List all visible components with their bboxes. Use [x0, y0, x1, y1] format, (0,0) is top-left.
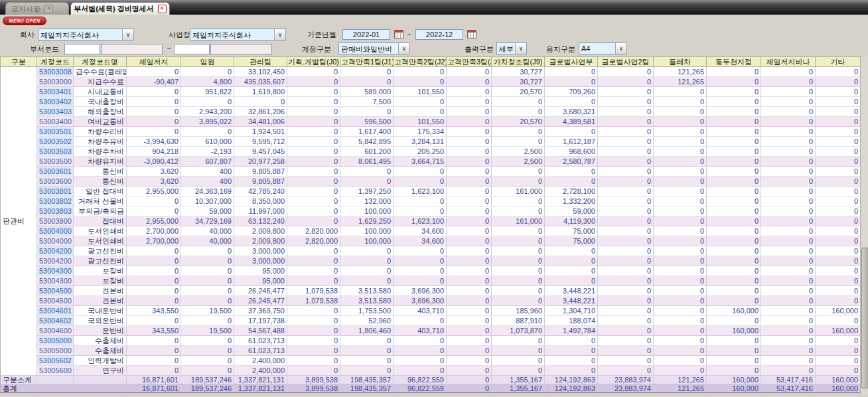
- dept-name-to-input[interactable]: [210, 44, 272, 54]
- dept-code-from-input[interactable]: [64, 44, 100, 54]
- paper-type-select[interactable]: A4 ∨: [579, 42, 627, 54]
- cell-value: 0: [545, 67, 598, 77]
- cell-value: 0: [234, 97, 287, 107]
- company-select[interactable]: 제일저지주식회사 ∨: [38, 29, 134, 40]
- cell-value: 0: [492, 296, 545, 306]
- cell-value: 20,977,258: [234, 157, 287, 167]
- cell-value: 2,943,200: [181, 107, 234, 117]
- cell-value: 3,696,300: [394, 286, 447, 296]
- cell-value: 0: [598, 306, 654, 316]
- cell-value: -90,407: [127, 77, 181, 87]
- cell-value: 0: [340, 67, 394, 77]
- cell-value: 0: [287, 276, 340, 286]
- cell-value: 0: [761, 296, 816, 306]
- cell-value: 0: [761, 87, 816, 97]
- close-icon[interactable]: ✕: [44, 5, 53, 13]
- vertical-scrollbar[interactable]: [860, 56, 868, 395]
- cell-value: 0: [447, 366, 492, 376]
- cell-value: 0: [447, 286, 492, 296]
- cell-account-code: 53003401: [37, 87, 74, 97]
- cell-value: 0: [492, 246, 545, 256]
- period-from-input[interactable]: [342, 29, 390, 40]
- cell-value: 0: [287, 97, 340, 107]
- cell-value: 0: [598, 256, 654, 266]
- tab-expense-report[interactable]: 부서별(세목) 경비명세서 ✕: [70, 2, 170, 15]
- cell-value: 2,500: [492, 157, 545, 167]
- cell-value: 160,000: [707, 326, 761, 336]
- cell-value: 5,842,895: [340, 137, 394, 147]
- period-to-input[interactable]: [415, 29, 463, 40]
- cell-value: 0: [598, 67, 654, 77]
- cell-value: 0: [394, 197, 447, 206]
- cell-value: 0: [761, 346, 816, 356]
- column-header-1: 계정코드: [37, 57, 74, 67]
- cell-value: 0: [816, 127, 861, 137]
- cell-value: 0: [287, 147, 340, 157]
- table-row: 53004602국외운반비0017,197,738052,96000887,91…: [1, 316, 861, 326]
- cell-value: 0: [127, 266, 181, 276]
- calendar-icon[interactable]: [394, 30, 403, 39]
- cell-value: 59,000: [181, 206, 234, 216]
- cell-value: 709,260: [545, 87, 598, 97]
- cell-value: 0: [181, 97, 234, 107]
- cell-value: 0: [654, 266, 707, 276]
- calendar-icon[interactable]: [467, 30, 476, 39]
- cell-value: 0: [598, 97, 654, 107]
- cell-account-name: 국내운반비: [74, 306, 127, 316]
- cell-value: 0: [492, 336, 545, 346]
- table-row: 53003801일반 접대비2,955,00024,363,16942,785,…: [1, 187, 861, 197]
- cell-value: 0: [707, 296, 761, 306]
- cell-value: 0: [654, 346, 707, 356]
- tab-notice[interactable]: 공지사항 ✕: [5, 2, 69, 15]
- cell-value: 0: [181, 246, 234, 256]
- dept-code-to-input[interactable]: [174, 44, 210, 54]
- cell-value: 0: [181, 67, 234, 77]
- table-row: 53005000수출제비0061,023,71300000000000: [1, 346, 861, 356]
- cell-value: 0: [598, 346, 654, 356]
- expense-grid: 구분계정코드계정코드명제일저지임원관리팀기획.개발팀(J0)고객만족1팀(J1)…: [0, 56, 860, 393]
- cell-value: 0: [816, 316, 861, 326]
- column-header-0: 구분: [1, 57, 37, 67]
- cell-account-name: 수출제비: [74, 346, 127, 356]
- cell-value: 0: [761, 226, 816, 236]
- cell-account-code: 53005602: [37, 356, 74, 366]
- table-row: 53004601국내운반비343,55019,50037,369,75001,7…: [1, 306, 861, 316]
- cell-value: 0: [761, 77, 816, 87]
- cell-value: 4,389,581: [545, 117, 598, 127]
- menu-open-button[interactable]: MENU OPEN: [3, 17, 46, 25]
- close-icon[interactable]: ✕: [158, 5, 167, 13]
- cell-value: 0: [707, 356, 761, 366]
- cell-value: 0: [707, 147, 761, 157]
- cell-value: 343,550: [127, 326, 181, 336]
- cell-value: 11,997,000: [234, 206, 287, 216]
- cell-value: 19,500: [181, 306, 234, 316]
- cell-value: 0: [654, 177, 707, 187]
- table-row: 53003502차량주유비-3,994,630610,0009,595,7120…: [1, 137, 861, 147]
- cell-account-code: 53005000: [37, 336, 74, 346]
- output-type-select[interactable]: 세부 ∨: [496, 42, 527, 54]
- footer-value: 1,337,821,131: [234, 376, 287, 384]
- column-header-14: 동두천지점: [707, 57, 761, 67]
- cell-value: 3,448,221: [545, 296, 598, 306]
- cell-value: 0: [598, 246, 654, 256]
- cell-value: 0: [707, 236, 761, 246]
- cell-value: 589,000: [340, 87, 394, 97]
- cell-value: 0: [447, 216, 492, 226]
- cell-value: 1,619,800: [234, 87, 287, 97]
- site-select[interactable]: 제일저지주식회사 ∨: [190, 29, 286, 40]
- cell-value: 0: [447, 316, 492, 326]
- scrollbar-thumb[interactable]: [861, 248, 868, 388]
- cell-value: 0: [181, 336, 234, 346]
- chevron-down-icon: ∨: [398, 43, 409, 54]
- cell-value: 34,600: [394, 226, 447, 236]
- cell-account-code: 53005600: [37, 366, 74, 376]
- cell-value: 0: [816, 117, 861, 127]
- cell-value: 0: [598, 107, 654, 117]
- cell-value: 0: [340, 336, 394, 346]
- cell-value: 30,727: [492, 77, 545, 87]
- dept-name-from-input[interactable]: [101, 44, 163, 54]
- account-type-select[interactable]: 판매비와일반비 ∨: [338, 42, 410, 54]
- cell-value: 403,710: [394, 326, 447, 336]
- cell-value: 3,620: [127, 167, 181, 177]
- cell-value: 40,000: [181, 226, 234, 236]
